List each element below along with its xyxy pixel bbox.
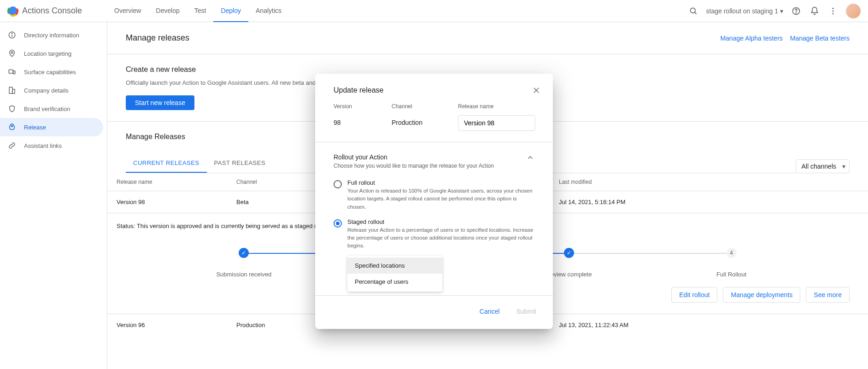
more-vert-icon[interactable]: [827, 6, 839, 17]
radio-staged-rollout[interactable]: Staged rollout Release your Action to a …: [334, 217, 534, 256]
nav-overview[interactable]: Overview: [107, 0, 148, 22]
chevron-down-icon: ▾: [780, 7, 783, 15]
release-name-input[interactable]: [458, 115, 535, 131]
rollout-subtitle: Choose how you would like to manage the …: [334, 163, 521, 169]
radio-desc: Release your Action to a percentage of u…: [347, 226, 534, 250]
radio-icon: [334, 180, 342, 188]
chevron-up-icon: [526, 153, 534, 162]
radio-icon: [334, 219, 342, 228]
update-release-dialog: Update release Version Channel Release n…: [315, 74, 553, 329]
dropdown-item-percentage[interactable]: Percentage of users: [347, 274, 442, 290]
svg-point-9: [833, 10, 834, 12]
svg-point-10: [833, 13, 834, 14]
notifications-icon[interactable]: [809, 6, 820, 17]
radio-desc: Your Action is released to 100% of Googl…: [347, 187, 534, 211]
project-selector[interactable]: stage rollout on staging 1 ▾: [706, 7, 783, 15]
project-name: stage rollout on staging 1: [706, 7, 778, 15]
svg-point-7: [796, 12, 796, 13]
svg-line-5: [694, 12, 696, 14]
submit-button[interactable]: Submit: [510, 304, 542, 319]
dropdown-item-locations[interactable]: Specified locations: [347, 258, 442, 274]
value-channel: Production: [392, 113, 458, 131]
nav-analytics[interactable]: Analytics: [248, 0, 289, 22]
nav-develop[interactable]: Develop: [148, 0, 187, 22]
svg-point-8: [833, 7, 834, 9]
label-channel: Channel: [392, 103, 458, 110]
close-icon[interactable]: [531, 85, 542, 96]
label-release-name: Release name: [458, 103, 535, 110]
topbar-right: stage rollout on staging 1 ▾: [688, 4, 861, 18]
google-logo-icon: [7, 6, 18, 17]
radio-title: Full rollout: [347, 179, 534, 186]
help-icon[interactable]: [791, 6, 802, 17]
nav-deploy[interactable]: Deploy: [213, 0, 248, 22]
console-title: Actions Console: [22, 6, 82, 16]
topbar: Actions Console Overview Develop Test De…: [0, 0, 868, 22]
radio-full-rollout[interactable]: Full rollout Your Action is released to …: [334, 177, 534, 217]
top-nav: Overview Develop Test Deploy Analytics: [107, 0, 289, 22]
logo-section: Actions Console: [7, 6, 107, 17]
staged-rollout-dropdown: Specified locations Percentage of users: [347, 256, 442, 292]
nav-test[interactable]: Test: [187, 0, 214, 22]
value-version: 98: [334, 113, 392, 131]
label-version: Version: [334, 103, 392, 110]
rollout-title: Rollout your Action: [334, 153, 521, 161]
dialog-backdrop: Update release Version Channel Release n…: [0, 22, 868, 369]
radio-title: Staged rollout: [347, 218, 534, 225]
avatar[interactable]: [846, 4, 861, 18]
dialog-title: Update release: [334, 86, 384, 94]
rollout-section-toggle[interactable]: Rollout your Action Choose how you would…: [334, 153, 534, 169]
cancel-button[interactable]: Cancel: [474, 304, 505, 319]
svg-point-4: [690, 8, 695, 13]
search-icon[interactable]: [688, 6, 699, 17]
